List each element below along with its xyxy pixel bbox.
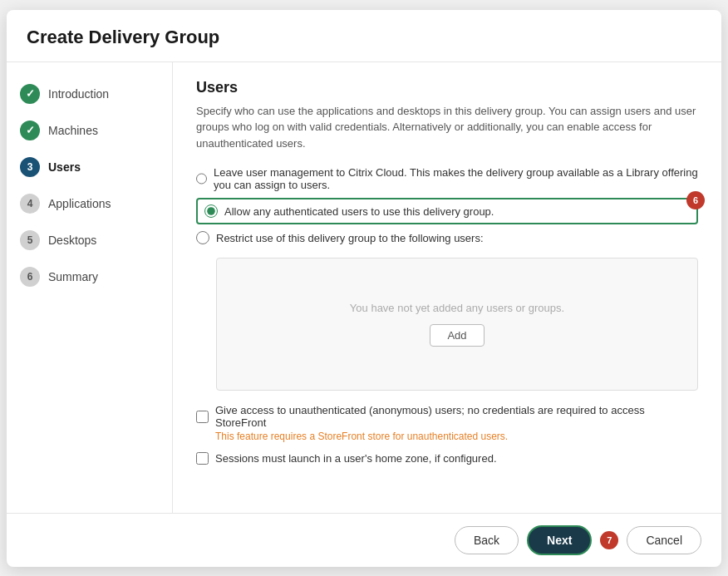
user-access-radio-group: Leave user management to Citrix Cloud. T… <box>196 166 698 244</box>
section-title: Users <box>196 79 698 96</box>
create-delivery-group-modal: Create Delivery Group Introduction Machi… <box>7 10 721 567</box>
next-button[interactable]: Next <box>527 525 592 555</box>
checkbox-label-unauthenticated: Give access to unauthenticated (anonymou… <box>215 404 698 429</box>
sidebar-item-desktops[interactable]: 5 Desktops <box>7 222 172 258</box>
checkbox-unauthenticated[interactable] <box>196 411 209 423</box>
back-button[interactable]: Back <box>455 526 519 554</box>
checkbox-home-zone[interactable] <box>196 452 209 465</box>
sidebar-label-applications: Applications <box>48 197 111 210</box>
modal-body: Introduction Machines 3 Users 4 Applicat… <box>7 62 721 513</box>
sidebar-item-applications[interactable]: 4 Applications <box>7 185 172 222</box>
cancel-button[interactable]: Cancel <box>627 526 701 554</box>
sidebar-item-machines[interactable]: Machines <box>7 112 172 149</box>
sidebar-item-summary[interactable]: 6 Summary <box>7 258 172 295</box>
radio-label-allow-authenticated: Allow any authenticated users to use thi… <box>224 205 494 218</box>
sidebar-label-users: Users <box>48 160 81 174</box>
sidebar: Introduction Machines 3 Users 4 Applicat… <box>7 62 173 513</box>
radio-leave-management[interactable] <box>196 172 207 185</box>
checkmark-icon <box>26 87 35 100</box>
step-badge-machines <box>20 121 40 140</box>
badge-6: 6 <box>686 191 705 209</box>
modal-title: Create Delivery Group <box>27 27 701 48</box>
sidebar-label-introduction: Introduction <box>48 87 109 101</box>
users-groups-box: You have not yet added any users or grou… <box>216 258 698 391</box>
main-content: Users Specify who can use the applicatio… <box>173 62 721 513</box>
checkbox-label-home-zone: Sessions must launch in a user's home zo… <box>215 452 497 465</box>
radio-restrict-use[interactable] <box>196 231 209 244</box>
radio-label-restrict-use: Restrict use of this delivery group to t… <box>216 232 484 244</box>
step-badge-users: 3 <box>20 157 40 177</box>
sidebar-label-machines: Machines <box>48 124 98 137</box>
badge-7: 7 <box>600 531 618 549</box>
checkbox-group: Give access to unauthenticated (anonymou… <box>196 404 698 465</box>
checkbox-row-unauthenticated[interactable]: Give access to unauthenticated (anonymou… <box>196 404 698 429</box>
step-badge-introduction <box>20 84 40 104</box>
radio-option-leave-management[interactable]: Leave user management to Citrix Cloud. T… <box>196 166 698 191</box>
checkbox-sub-unauthenticated: This feature requires a StoreFront store… <box>215 431 698 442</box>
radio-allow-authenticated[interactable] <box>204 204 218 218</box>
step-badge-summary: 6 <box>20 267 40 287</box>
modal-footer: Back Next 7 Cancel <box>7 513 721 567</box>
radio-label-leave-management: Leave user management to Citrix Cloud. T… <box>214 166 698 191</box>
step-badge-desktops: 5 <box>20 230 40 250</box>
radio-option-restrict-use[interactable]: Restrict use of this delivery group to t… <box>196 231 698 244</box>
checkbox-option-unauthenticated: Give access to unauthenticated (anonymou… <box>196 404 698 442</box>
radio-option-allow-authenticated[interactable]: Allow any authenticated users to use thi… <box>196 198 698 224</box>
sidebar-label-summary: Summary <box>48 270 98 283</box>
empty-users-text: You have not yet added any users or grou… <box>350 302 564 314</box>
step-badge-applications: 4 <box>20 194 40 214</box>
checkbox-row-home-zone[interactable]: Sessions must launch in a user's home zo… <box>196 452 698 465</box>
sidebar-label-desktops: Desktops <box>48 234 96 247</box>
sidebar-item-users[interactable]: 3 Users <box>7 149 172 185</box>
section-description: Specify who can use the applications and… <box>196 103 698 152</box>
checkmark-icon-machines <box>26 124 35 136</box>
sidebar-item-introduction[interactable]: Introduction <box>7 76 172 112</box>
modal-header: Create Delivery Group <box>7 10 721 62</box>
checkbox-option-home-zone: Sessions must launch in a user's home zo… <box>196 452 698 465</box>
add-users-button[interactable]: Add <box>430 324 484 347</box>
